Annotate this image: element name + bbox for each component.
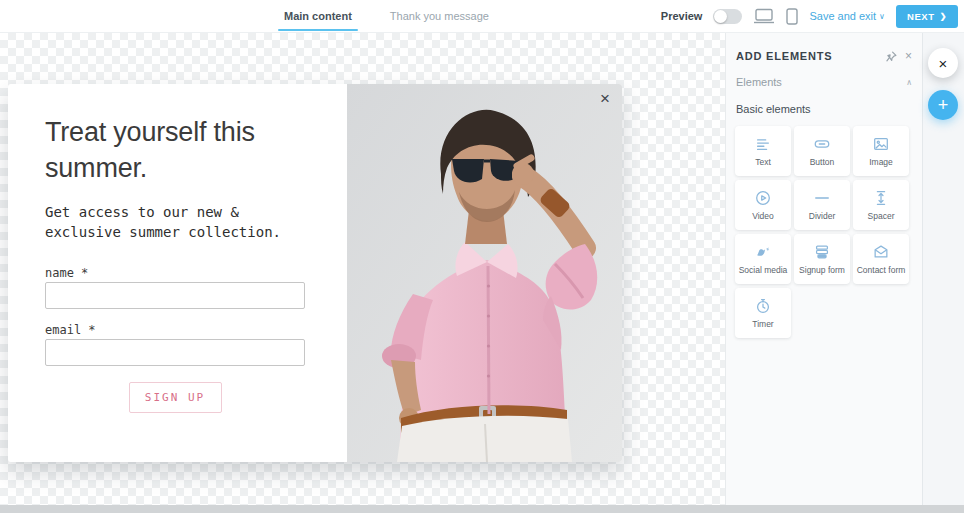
popup-content-column: Treat yourself this summer. Get access t… bbox=[8, 84, 347, 462]
preview-label: Preview bbox=[661, 10, 703, 22]
element-card-image[interactable]: Image bbox=[853, 126, 909, 176]
chevron-up-icon: ∧ bbox=[906, 78, 912, 87]
add-elements-panel: ADD ELEMENTS × Elements ∧ Basic elements bbox=[726, 32, 923, 505]
popup-photo-man-in-pink-shirt bbox=[347, 84, 622, 462]
save-and-exit-button[interactable]: Save and exit ∨ bbox=[809, 10, 885, 22]
signup-form-icon bbox=[813, 243, 831, 261]
element-card-button[interactable]: Button bbox=[794, 126, 850, 176]
pin-icon[interactable] bbox=[886, 51, 897, 62]
next-button-label: NEXT bbox=[907, 11, 935, 22]
popup-heading[interactable]: Treat yourself this summer. bbox=[45, 114, 305, 186]
chevron-down-icon: ∨ bbox=[879, 12, 885, 21]
popup-editor-app: Main content Thank you message Preview bbox=[0, 0, 964, 513]
sidebar-title: ADD ELEMENTS bbox=[736, 50, 886, 62]
email-field-label: email * bbox=[45, 323, 305, 337]
tab-thank-you-message[interactable]: Thank you message bbox=[384, 0, 495, 32]
basic-elements-label: Basic elements bbox=[736, 103, 912, 115]
sidebar-header: ADD ELEMENTS × bbox=[736, 50, 912, 62]
text-icon bbox=[754, 135, 772, 153]
sidebar-close-icon[interactable]: × bbox=[905, 50, 912, 62]
contact-form-icon bbox=[872, 243, 890, 261]
topbar: Main content Thank you message Preview bbox=[0, 0, 964, 33]
close-editor-fab[interactable]: × bbox=[928, 48, 958, 78]
signup-button[interactable]: SIGN UP bbox=[129, 382, 222, 413]
element-card-signup-form[interactable]: Signup form bbox=[794, 234, 850, 284]
popup-image-block[interactable]: × bbox=[347, 84, 622, 462]
editor-canvas: Treat yourself this summer. Get access t… bbox=[0, 32, 725, 505]
timer-icon bbox=[754, 297, 772, 315]
email-field[interactable] bbox=[45, 339, 305, 366]
element-card-video[interactable]: Video bbox=[735, 180, 791, 230]
add-fab[interactable]: + bbox=[928, 90, 958, 120]
element-cards-grid: Text Button Image bbox=[735, 126, 909, 338]
element-card-timer[interactable]: Timer bbox=[735, 288, 791, 338]
popup-close-icon[interactable]: × bbox=[598, 88, 612, 109]
topbar-actions: Preview Save and exit ∨ NEXT ❯ bbox=[661, 0, 958, 32]
mobile-preview-icon[interactable] bbox=[786, 8, 798, 25]
button-icon bbox=[813, 135, 831, 153]
preview-toggle[interactable] bbox=[713, 9, 742, 24]
next-button[interactable]: NEXT ❯ bbox=[896, 5, 958, 28]
bottom-edge-bar bbox=[0, 505, 964, 513]
tab-thank-you-message-label: Thank you message bbox=[390, 10, 489, 22]
element-card-text[interactable]: Text bbox=[735, 126, 791, 176]
elements-section-header[interactable]: Elements ∧ bbox=[736, 76, 912, 88]
content-tabs: Main content Thank you message bbox=[278, 0, 495, 32]
divider-icon bbox=[813, 189, 831, 207]
image-icon bbox=[872, 135, 890, 153]
social-media-icon bbox=[754, 243, 772, 261]
popup-subtext[interactable]: Get access to our new & exclusive summer… bbox=[45, 202, 305, 242]
element-card-social-media[interactable]: Social media bbox=[735, 234, 791, 284]
arrow-right-icon: ❯ bbox=[940, 12, 947, 21]
video-icon bbox=[754, 189, 772, 207]
name-field[interactable] bbox=[45, 282, 305, 309]
element-card-divider[interactable]: Divider bbox=[794, 180, 850, 230]
desktop-preview-icon[interactable] bbox=[753, 8, 775, 24]
save-and-exit-label: Save and exit bbox=[809, 10, 876, 22]
element-card-contact-form[interactable]: Contact form bbox=[853, 234, 909, 284]
name-field-label: name * bbox=[45, 266, 305, 280]
tab-main-content[interactable]: Main content bbox=[278, 0, 358, 32]
popup-preview: Treat yourself this summer. Get access t… bbox=[8, 84, 622, 462]
element-card-spacer[interactable]: Spacer bbox=[853, 180, 909, 230]
tab-main-content-label: Main content bbox=[284, 10, 352, 22]
preview-toggle-knob bbox=[714, 10, 727, 23]
elements-section-label: Elements bbox=[736, 76, 906, 88]
spacer-icon bbox=[872, 189, 890, 207]
